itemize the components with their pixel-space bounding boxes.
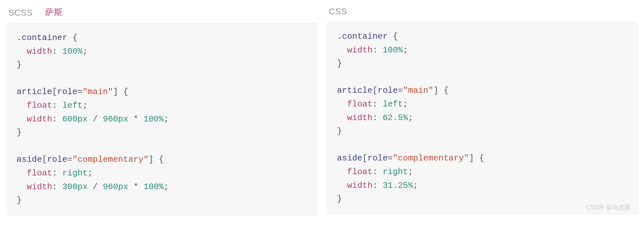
value: 100% [62, 47, 82, 56]
attr-value: "complementary" [73, 155, 149, 164]
attr-value: "complementary" [393, 153, 469, 163]
semicolon: ; [413, 181, 418, 190]
columns: SCSS 萨斯 .container { width: 100%; } arti… [7, 7, 637, 215]
brace: { [444, 86, 449, 95]
operator: * [133, 182, 139, 192]
semicolon: ; [403, 99, 408, 109]
value: left [62, 101, 82, 110]
brace: { [123, 87, 128, 97]
selector: .container [17, 33, 67, 43]
value: right [62, 168, 87, 178]
value: left [382, 99, 403, 109]
selector: article [337, 86, 372, 95]
value: 100% [143, 114, 164, 124]
colon: : [372, 113, 378, 123]
brace: { [159, 155, 164, 164]
operator: / [93, 114, 98, 124]
value: 31.25% [382, 181, 413, 190]
scss-code-block: .container { width: 100%; } article[role… [7, 23, 317, 215]
property: width [347, 181, 372, 190]
tab-sass-cn[interactable]: 萨斯 [45, 7, 63, 20]
brace: { [73, 33, 78, 43]
colon: : [52, 168, 57, 178]
bracket: ] [113, 87, 118, 97]
css-tabs: CSS [327, 7, 637, 19]
attr-name: role [47, 155, 67, 164]
value: 960px [103, 114, 128, 124]
operator: * [133, 114, 139, 124]
bracket: ] [469, 153, 474, 163]
scss-code[interactable]: .container { width: 100%; } article[role… [17, 31, 307, 207]
property: width [27, 182, 52, 192]
eq: = [67, 155, 73, 164]
eq: = [388, 153, 393, 163]
css-code[interactable]: .container { width: 100%; } article[role… [337, 30, 627, 206]
colon: : [372, 167, 378, 177]
property: float [27, 101, 52, 110]
semicolon: ; [164, 114, 169, 124]
scss-tabs: SCSS 萨斯 [7, 7, 317, 20]
colon: : [52, 101, 57, 110]
property: float [347, 99, 372, 109]
property: width [27, 114, 52, 124]
selector: aside [337, 153, 362, 163]
value: 600px [62, 114, 87, 124]
brace: } [17, 128, 22, 137]
css-column: CSS .container { width: 100%; } article[… [327, 7, 637, 215]
colon: : [52, 114, 57, 124]
css-code-block: .container { width: 100%; } article[role… [327, 22, 637, 214]
operator: / [93, 182, 98, 192]
tab-css[interactable]: CSS [329, 7, 347, 19]
brace: } [337, 126, 342, 136]
colon: : [372, 181, 378, 190]
attr-name: role [57, 87, 77, 97]
semicolon: ; [83, 101, 88, 110]
brace: { [479, 153, 484, 163]
value: 100% [382, 45, 403, 55]
tab-scss[interactable]: SCSS [8, 8, 33, 20]
bracket: [ [362, 153, 368, 163]
colon: : [372, 45, 378, 55]
property: float [27, 168, 52, 178]
bracket: ] [149, 155, 154, 164]
semicolon: ; [403, 45, 408, 55]
selector: aside [17, 155, 42, 164]
semicolon: ; [87, 168, 93, 178]
semicolon: ; [83, 47, 88, 56]
property: width [347, 113, 372, 123]
property: float [347, 167, 372, 177]
value: 960px [103, 182, 128, 192]
tab-arrow-icon [11, 23, 20, 27]
value: 300px [62, 182, 87, 192]
semicolon: ; [164, 182, 169, 192]
bracket: [ [372, 86, 378, 95]
eq: = [77, 87, 83, 97]
property: width [27, 47, 52, 56]
bracket: ] [433, 86, 438, 95]
semicolon: ; [408, 113, 413, 123]
attr-name: role [378, 86, 398, 95]
attr-value: "main" [83, 87, 113, 97]
attr-value: "main" [403, 86, 434, 95]
value: right [382, 167, 408, 177]
attr-name: role [368, 153, 388, 163]
property: width [347, 45, 372, 55]
brace: } [337, 59, 342, 68]
brace: } [17, 195, 22, 205]
bracket: [ [52, 87, 57, 97]
colon: : [52, 47, 57, 56]
bracket: [ [42, 155, 47, 164]
eq: = [398, 86, 403, 95]
brace: } [337, 194, 342, 204]
selector: .container [337, 32, 388, 41]
colon: : [52, 182, 57, 192]
scss-column: SCSS 萨斯 .container { width: 100%; } arti… [7, 7, 317, 215]
selector: article [17, 87, 52, 97]
brace: } [17, 60, 22, 70]
value: 62.5% [382, 113, 408, 123]
colon: : [372, 99, 378, 109]
semicolon: ; [408, 167, 413, 177]
tab-arrow-icon [331, 21, 341, 26]
brace: { [393, 32, 398, 41]
value: 100% [143, 182, 164, 192]
